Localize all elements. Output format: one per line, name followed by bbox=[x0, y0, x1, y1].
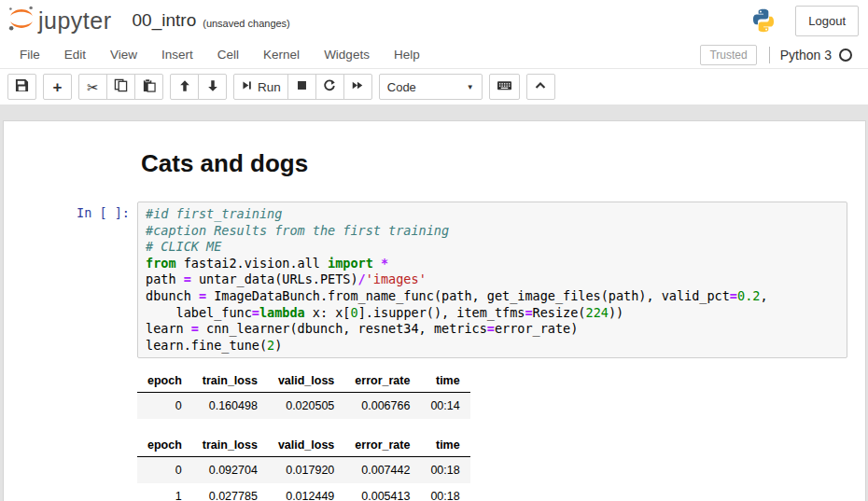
code-line: learn.fine_tune(2) bbox=[146, 338, 839, 355]
command-palette-button[interactable] bbox=[489, 74, 520, 100]
table-cell: 0.007442 bbox=[344, 457, 420, 484]
menu-view[interactable]: View bbox=[98, 42, 149, 67]
insert-cell-button[interactable]: + bbox=[43, 74, 72, 100]
column-header: time bbox=[420, 435, 469, 457]
table-cell: 00:14 bbox=[420, 393, 469, 420]
code-editor[interactable]: #id first_training#caption Results from … bbox=[137, 202, 847, 358]
interrupt-kernel-button[interactable] bbox=[287, 74, 316, 100]
arrow-up-icon bbox=[178, 79, 191, 95]
kernel-separator bbox=[769, 47, 770, 63]
code-line: #id first_training bbox=[146, 206, 839, 223]
table-cell: 0.005413 bbox=[344, 483, 420, 501]
fast-forward-icon bbox=[351, 79, 364, 94]
chevron-up-icon bbox=[534, 79, 547, 94]
column-header: train_loss bbox=[192, 435, 268, 457]
checkpoint-status: (unsaved changes) bbox=[203, 18, 290, 29]
cell-type-dropdown[interactable]: Code ▼ bbox=[379, 74, 483, 100]
menu-insert[interactable]: Insert bbox=[149, 42, 205, 67]
refresh-icon bbox=[323, 79, 336, 95]
cell-output: epochtrain_lossvalid_losserror_ratetime0… bbox=[137, 370, 865, 501]
column-header: epoch bbox=[137, 435, 192, 457]
python-logo-icon bbox=[750, 7, 777, 34]
menu-file[interactable]: File bbox=[7, 42, 52, 67]
markdown-heading[interactable]: Cats and dogs bbox=[141, 149, 865, 177]
keyboard-icon bbox=[497, 78, 512, 95]
code-cell[interactable]: In [ ]: #id first_training#caption Resul… bbox=[4, 202, 865, 358]
table-cell: 0.012449 bbox=[268, 483, 344, 501]
step-forward-icon bbox=[241, 79, 253, 94]
column-header: train_loss bbox=[192, 370, 268, 393]
table-row: 00.1604980.0205050.00676600:14 bbox=[137, 393, 470, 420]
run-button[interactable]: Run bbox=[233, 74, 288, 100]
table-cell: 0 bbox=[137, 393, 192, 420]
notebook-toolbar: + ✂ bbox=[0, 69, 868, 104]
jupyter-logo[interactable]: jupyter bbox=[7, 5, 112, 36]
code-line: # CLICK ME bbox=[146, 239, 839, 256]
move-cell-down-button[interactable] bbox=[198, 74, 227, 100]
menu-kernel[interactable]: Kernel bbox=[251, 42, 312, 67]
menu-cell[interactable]: Cell bbox=[205, 42, 251, 67]
menu-items: File Edit View Insert Cell Kernel Widget… bbox=[7, 42, 432, 67]
kernel-idle-icon bbox=[839, 49, 852, 62]
logout-button[interactable]: Logout bbox=[795, 6, 859, 36]
column-header: error_rate bbox=[344, 370, 420, 393]
cut-cell-button[interactable]: ✂ bbox=[78, 74, 107, 100]
code-line: dbunch = ImageDataBunch.from_name_func(p… bbox=[146, 288, 839, 305]
table-cell: 0 bbox=[137, 457, 192, 484]
jupyter-orbit-icon bbox=[7, 5, 35, 36]
copy-cell-button[interactable] bbox=[106, 74, 135, 100]
column-header: valid_loss bbox=[268, 370, 344, 393]
paste-icon bbox=[142, 78, 156, 95]
app-name: jupyter bbox=[38, 7, 112, 35]
column-header: valid_loss bbox=[268, 435, 344, 457]
chevron-up-button[interactable] bbox=[526, 74, 555, 100]
code-line: label_func=lambda x: x[0].isupper(), ite… bbox=[146, 305, 839, 322]
paste-cell-button[interactable] bbox=[134, 74, 163, 100]
restart-run-all-button[interactable] bbox=[343, 74, 372, 100]
table-row: 10.0277850.0124490.00541300:18 bbox=[137, 483, 470, 501]
table-cell: 0.027785 bbox=[192, 483, 268, 501]
code-line: from fastai2.vision.all import * bbox=[146, 256, 839, 272]
table-cell: 0.092704 bbox=[192, 457, 268, 484]
training-results-table: epochtrain_lossvalid_losserror_ratetime0… bbox=[137, 435, 470, 501]
copy-icon bbox=[114, 78, 128, 95]
app-header: jupyter 00_intro (unsaved changes) Logou… bbox=[0, 0, 868, 41]
chevron-down-icon: ▼ bbox=[467, 83, 474, 91]
table-cell: 1 bbox=[137, 483, 192, 501]
column-header: epoch bbox=[137, 370, 192, 393]
arrow-down-icon bbox=[206, 79, 219, 95]
training-results-table: epochtrain_lossvalid_losserror_ratetime0… bbox=[137, 370, 470, 419]
stop-icon bbox=[296, 79, 308, 94]
column-header: time bbox=[420, 370, 469, 393]
table-cell: 0.020505 bbox=[268, 393, 344, 420]
notebook-background: Cats and dogs In [ ]: #id first_training… bbox=[0, 104, 868, 501]
menu-widgets[interactable]: Widgets bbox=[312, 42, 382, 67]
move-cell-up-button[interactable] bbox=[170, 74, 199, 100]
table-cell: 0.160498 bbox=[192, 393, 268, 420]
table-row: 00.0927040.0179200.00744200:18 bbox=[137, 457, 470, 484]
menu-help[interactable]: Help bbox=[382, 42, 432, 67]
cell-type-value: Code bbox=[387, 80, 467, 94]
run-label: Run bbox=[258, 80, 281, 94]
scissors-icon: ✂ bbox=[87, 80, 99, 94]
code-line: #caption Results from the first training bbox=[146, 223, 839, 240]
table-cell: 00:18 bbox=[420, 483, 469, 501]
cell-prompt: In [ ]: bbox=[4, 202, 137, 358]
table-cell: 00:18 bbox=[420, 457, 469, 484]
floppy-icon bbox=[15, 78, 29, 95]
kernel-name: Python 3 bbox=[780, 48, 832, 63]
menu-edit[interactable]: Edit bbox=[52, 42, 98, 67]
code-line: learn = cnn_learner(dbunch, resnet34, me… bbox=[146, 321, 839, 338]
notebook-title[interactable]: 00_intro bbox=[133, 10, 197, 31]
menubar: File Edit View Insert Cell Kernel Widget… bbox=[0, 41, 868, 69]
plus-icon: + bbox=[53, 79, 63, 95]
table-cell: 0.017920 bbox=[268, 457, 344, 484]
code-line: path = untar_data(URLs.PETS)/'images' bbox=[146, 271, 839, 288]
trusted-badge[interactable]: Trusted bbox=[700, 45, 756, 65]
notebook-container: Cats and dogs In [ ]: #id first_training… bbox=[3, 120, 866, 501]
restart-kernel-button[interactable] bbox=[315, 74, 344, 100]
table-cell: 0.006766 bbox=[344, 393, 420, 420]
code-lines: #id first_training#caption Results from … bbox=[146, 206, 839, 354]
column-header: error_rate bbox=[344, 435, 420, 457]
save-button[interactable] bbox=[7, 74, 36, 100]
